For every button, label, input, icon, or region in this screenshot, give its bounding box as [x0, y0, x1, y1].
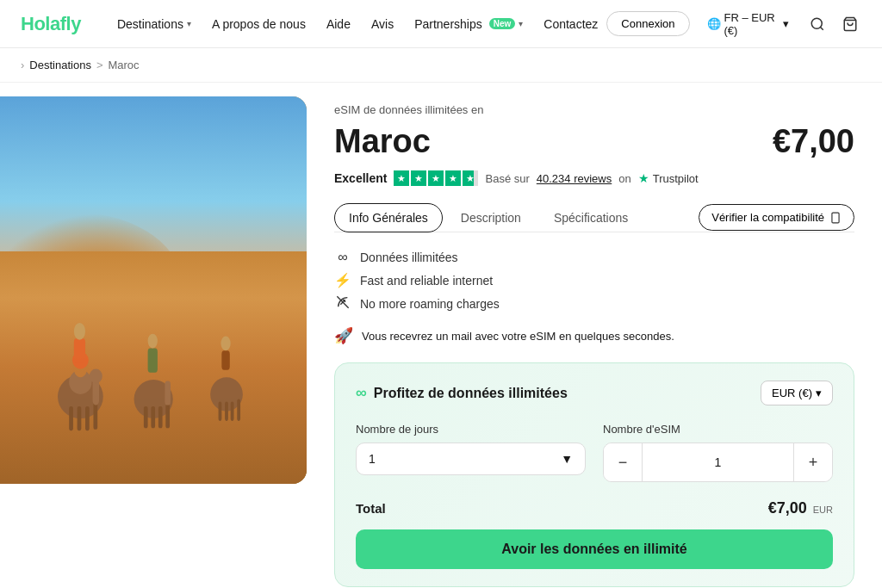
total-price: €7,00 EUR	[768, 499, 833, 517]
svg-point-7	[74, 323, 85, 340]
language-selector[interactable]: 🌐 FR – EUR (€) ▾	[700, 8, 797, 40]
svg-rect-26	[225, 401, 228, 421]
breadcrumb-home-icon: ›	[21, 59, 24, 71]
breadcrumb: › Destinations > Maroc	[0, 48, 882, 83]
esim-count-label: Nombre d'eSIM	[603, 423, 833, 436]
svg-rect-23	[221, 350, 229, 370]
nav-destinations[interactable]: Destinations ▾	[109, 10, 200, 38]
feature-no-roaming: No more roaming charges	[334, 295, 854, 313]
currency-selector[interactable]: EUR (€) ▾	[761, 381, 833, 405]
svg-point-0	[811, 18, 822, 28]
tab-description[interactable]: Description	[446, 203, 536, 232]
svg-rect-18	[151, 406, 155, 428]
reviews-text: Basé sur	[485, 172, 529, 185]
svg-rect-29	[832, 213, 839, 223]
chevron-down-icon: ▼	[561, 452, 573, 466]
chevron-down-icon: ▾	[519, 19, 523, 28]
cta-button[interactable]: Avoir les données en illimité	[356, 529, 833, 569]
product-image	[0, 96, 307, 484]
search-button[interactable]	[806, 13, 829, 35]
purchase-box-header: ∞ Profitez de données illimitées EUR (€)…	[356, 381, 833, 405]
svg-rect-20	[165, 404, 170, 428]
svg-rect-8	[69, 406, 73, 430]
svg-rect-27	[231, 401, 234, 421]
star-1: ★	[394, 170, 409, 186]
esim-value: 1	[643, 455, 793, 469]
svg-rect-15	[147, 349, 157, 373]
svg-rect-25	[218, 401, 221, 421]
connexion-button[interactable]: Connexion	[606, 11, 689, 36]
reviews-link[interactable]: 40.234 reviews	[537, 172, 612, 185]
lightning-icon: ⚡	[334, 272, 351, 288]
on-text: on	[618, 172, 630, 185]
nav-partnerships[interactable]: Partnerships New ▾	[406, 10, 531, 38]
breadcrumb-current: Maroc	[108, 59, 139, 71]
rocket-icon: 🚀	[334, 326, 353, 345]
page-content: eSIM de données illimitées en Maroc €7,0…	[0, 83, 882, 588]
product-tabs: Info Générales Description Spécification…	[334, 203, 854, 232]
svg-rect-28	[237, 399, 240, 421]
feature-unlimited: ∞ Données illimitées	[334, 250, 854, 265]
product-title: Maroc	[334, 123, 431, 160]
tab-info-generales[interactable]: Info Générales	[334, 203, 443, 232]
nav-about[interactable]: A propos de nous	[203, 10, 314, 38]
esim-field-group: Nombre d'eSIM − 1 +	[603, 423, 833, 482]
svg-rect-21	[165, 381, 171, 405]
nav-avis[interactable]: Avis	[363, 10, 402, 38]
unlimited-label: ∞ Profitez de données illimitées	[356, 384, 568, 402]
globe-icon: 🌐	[707, 17, 721, 30]
breadcrumb-separator: >	[96, 59, 103, 71]
svg-point-13	[90, 368, 102, 383]
star-5: ★	[463, 170, 478, 186]
new-badge: New	[489, 18, 516, 29]
svg-rect-6	[74, 338, 85, 362]
svg-point-16	[147, 334, 157, 349]
purchase-fields: Nombre de jours 1 ▼ Nombre d'eSIM − 1 +	[356, 423, 833, 482]
tab-specifications[interactable]: Spécifications	[539, 203, 643, 232]
svg-rect-19	[158, 406, 163, 428]
navbar: Holafly Destinations ▾ A propos de nous …	[0, 0, 882, 48]
trustpilot-star-icon: ★	[638, 171, 649, 185]
product-info: eSIM de données illimitées en Maroc €7,0…	[307, 83, 882, 588]
svg-rect-9	[77, 406, 81, 430]
no-signal-icon	[334, 295, 351, 313]
infinity-icon: ∞	[334, 250, 351, 265]
product-header: Maroc €7,00	[334, 123, 854, 160]
breadcrumb-destinations-link[interactable]: Destinations	[29, 59, 91, 71]
rating-row: Excellent ★ ★ ★ ★ ★ Basé sur 40.234 revi…	[334, 170, 854, 186]
chevron-down-icon: ▾	[816, 387, 822, 399]
esim-increment-button[interactable]: +	[794, 443, 832, 481]
tab-right-area: Vérifier la compatibilité	[699, 204, 854, 231]
star-3: ★	[428, 170, 444, 186]
svg-point-24	[220, 336, 230, 350]
total-label: Total	[356, 501, 386, 516]
esim-label: eSIM de données illimitées en	[334, 103, 854, 116]
nav-contact[interactable]: Contactez	[535, 10, 606, 38]
days-field-group: Nombre de jours 1 ▼	[356, 423, 586, 482]
svg-rect-10	[85, 406, 90, 430]
stars: ★ ★ ★ ★ ★	[394, 170, 478, 186]
star-4: ★	[445, 170, 461, 186]
star-2: ★	[411, 170, 426, 186]
product-price: €7,00	[773, 123, 854, 160]
desert-image	[0, 96, 307, 484]
purchase-box: ∞ Profitez de données illimitées EUR (€)…	[334, 362, 854, 587]
chevron-down-icon: ▾	[783, 17, 789, 30]
total-row: Total €7,00 EUR	[356, 499, 833, 517]
nav-aide[interactable]: Aide	[318, 10, 359, 38]
svg-rect-17	[144, 406, 148, 428]
svg-rect-11	[93, 403, 97, 430]
days-select[interactable]: 1 ▼	[356, 443, 586, 475]
days-label: Nombre de jours	[356, 423, 586, 436]
esim-decrement-button[interactable]: −	[604, 443, 642, 481]
rating-label: Excellent	[334, 171, 387, 185]
compatibility-button[interactable]: Vérifier la compatibilité	[699, 204, 854, 231]
features-list: ∞ Données illimitées ⚡ Fast and reliable…	[334, 250, 854, 313]
logo[interactable]: Holafly	[21, 13, 81, 35]
nav-right: Connexion 🌐 FR – EUR (€) ▾	[606, 8, 861, 40]
nav-links: Destinations ▾ A propos de nous Aide Avi…	[109, 10, 606, 38]
total-currency: EUR	[813, 504, 833, 515]
esim-stepper: − 1 +	[603, 443, 833, 482]
infinity-icon: ∞	[356, 384, 367, 402]
cart-button[interactable]	[839, 13, 861, 35]
